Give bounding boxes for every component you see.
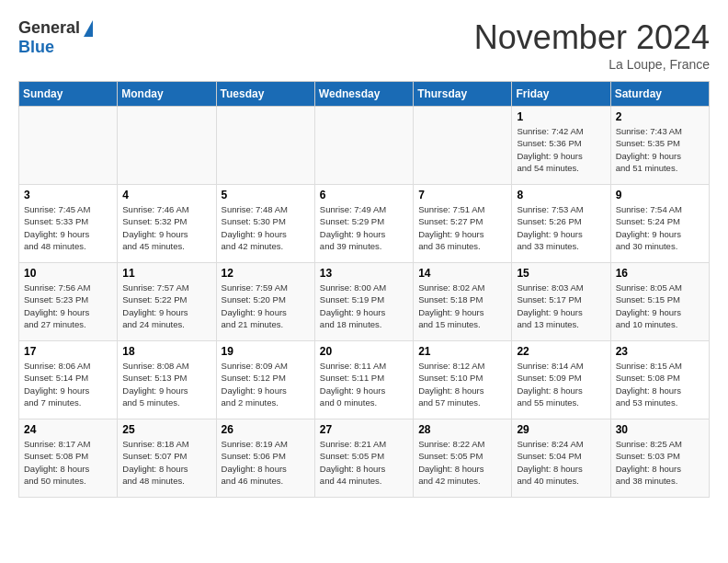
day-number: 24: [24, 423, 112, 436]
day-info: Sunrise: 8:09 AM Sunset: 5:12 PM Dayligh…: [222, 360, 310, 408]
day-number: 12: [222, 267, 310, 280]
day-number: 18: [122, 345, 210, 358]
day-info: Sunrise: 7:43 AM Sunset: 5:35 PM Dayligh…: [616, 125, 704, 174]
day-info: Sunrise: 8:25 AM Sunset: 5:03 PM Dayligh…: [616, 438, 704, 487]
day-number: 23: [616, 345, 704, 358]
day-info: Sunrise: 8:22 AM Sunset: 5:05 PM Dayligh…: [418, 438, 506, 487]
weekday-header-tuesday: Tuesday: [216, 82, 314, 107]
calendar-week-row: 10Sunrise: 7:56 AM Sunset: 5:23 PM Dayli…: [19, 263, 710, 341]
calendar-cell: 24Sunrise: 8:17 AM Sunset: 5:08 PM Dayli…: [19, 419, 118, 498]
calendar-cell: 8Sunrise: 7:53 AM Sunset: 5:26 PM Daylig…: [512, 185, 610, 263]
day-info: Sunrise: 8:11 AM Sunset: 5:11 PM Dayligh…: [320, 360, 408, 408]
calendar-cell: [414, 107, 512, 185]
day-info: Sunrise: 7:53 AM Sunset: 5:26 PM Dayligh…: [517, 203, 605, 252]
day-number: 14: [418, 267, 506, 280]
day-info: Sunrise: 8:02 AM Sunset: 5:18 PM Dayligh…: [418, 282, 506, 330]
day-number: 3: [24, 189, 112, 201]
calendar-cell: 19Sunrise: 8:09 AM Sunset: 5:12 PM Dayli…: [216, 341, 314, 419]
day-info: Sunrise: 7:46 AM Sunset: 5:32 PM Dayligh…: [122, 203, 210, 252]
weekday-header-sunday: Sunday: [19, 82, 118, 107]
day-number: 22: [517, 345, 605, 358]
calendar-cell: 29Sunrise: 8:24 AM Sunset: 5:04 PM Dayli…: [512, 419, 610, 498]
day-number: 10: [24, 267, 112, 280]
calendar-week-row: 24Sunrise: 8:17 AM Sunset: 5:08 PM Dayli…: [19, 419, 710, 498]
calendar-week-row: 17Sunrise: 8:06 AM Sunset: 5:14 PM Dayli…: [19, 341, 710, 419]
calendar-cell: 20Sunrise: 8:11 AM Sunset: 5:11 PM Dayli…: [314, 341, 413, 419]
calendar-cell: 28Sunrise: 8:22 AM Sunset: 5:05 PM Dayli…: [414, 419, 512, 498]
calendar-cell: 30Sunrise: 8:25 AM Sunset: 5:03 PM Dayli…: [610, 419, 709, 498]
day-number: 25: [122, 423, 210, 436]
weekday-header-wednesday: Wednesday: [314, 82, 413, 107]
calendar-body: 1Sunrise: 7:42 AM Sunset: 5:36 PM Daylig…: [19, 107, 710, 498]
day-number: 17: [24, 345, 112, 358]
logo: General Blue: [18, 18, 93, 57]
calendar-cell: 12Sunrise: 7:59 AM Sunset: 5:20 PM Dayli…: [216, 263, 314, 341]
weekday-header-thursday: Thursday: [414, 82, 512, 107]
day-info: Sunrise: 7:59 AM Sunset: 5:20 PM Dayligh…: [222, 282, 310, 330]
calendar-week-row: 3Sunrise: 7:45 AM Sunset: 5:33 PM Daylig…: [19, 185, 710, 263]
day-info: Sunrise: 8:14 AM Sunset: 5:09 PM Dayligh…: [517, 360, 605, 408]
day-info: Sunrise: 7:49 AM Sunset: 5:29 PM Dayligh…: [320, 203, 408, 252]
calendar-cell: [216, 107, 314, 185]
day-number: 6: [320, 189, 408, 201]
day-number: 16: [616, 267, 704, 280]
calendar-cell: 18Sunrise: 8:08 AM Sunset: 5:13 PM Dayli…: [118, 341, 216, 419]
calendar-cell: 7Sunrise: 7:51 AM Sunset: 5:27 PM Daylig…: [414, 185, 512, 263]
calendar-cell: 11Sunrise: 7:57 AM Sunset: 5:22 PM Dayli…: [118, 263, 216, 341]
day-number: 29: [517, 423, 605, 436]
calendar-cell: 26Sunrise: 8:19 AM Sunset: 5:06 PM Dayli…: [216, 419, 314, 498]
calendar-cell: 3Sunrise: 7:45 AM Sunset: 5:33 PM Daylig…: [19, 185, 118, 263]
month-title: November 2024: [474, 18, 710, 57]
calendar-cell: 1Sunrise: 7:42 AM Sunset: 5:36 PM Daylig…: [512, 107, 610, 185]
day-info: Sunrise: 7:54 AM Sunset: 5:24 PM Dayligh…: [616, 203, 704, 252]
weekday-header-friday: Friday: [512, 82, 610, 107]
day-info: Sunrise: 7:42 AM Sunset: 5:36 PM Dayligh…: [517, 125, 605, 174]
day-info: Sunrise: 7:48 AM Sunset: 5:30 PM Dayligh…: [222, 203, 310, 252]
calendar-week-row: 1Sunrise: 7:42 AM Sunset: 5:36 PM Daylig…: [19, 107, 710, 185]
day-number: 26: [222, 423, 310, 436]
location-text: La Loupe, France: [474, 57, 710, 72]
day-number: 8: [517, 189, 605, 201]
calendar-cell: [118, 107, 216, 185]
day-number: 15: [517, 267, 605, 280]
day-number: 1: [517, 110, 605, 123]
calendar-cell: 17Sunrise: 8:06 AM Sunset: 5:14 PM Dayli…: [19, 341, 118, 419]
calendar-cell: 16Sunrise: 8:05 AM Sunset: 5:15 PM Dayli…: [610, 263, 709, 341]
day-info: Sunrise: 8:17 AM Sunset: 5:08 PM Dayligh…: [24, 438, 112, 487]
calendar-cell: 5Sunrise: 7:48 AM Sunset: 5:30 PM Daylig…: [216, 185, 314, 263]
day-number: 19: [222, 345, 310, 358]
logo-general-text: General: [18, 18, 80, 38]
page-header: General Blue November 2024 La Loupe, Fra…: [18, 18, 710, 72]
day-info: Sunrise: 8:00 AM Sunset: 5:19 PM Dayligh…: [320, 282, 408, 330]
day-info: Sunrise: 8:08 AM Sunset: 5:13 PM Dayligh…: [122, 360, 210, 408]
calendar-table: SundayMondayTuesdayWednesdayThursdayFrid…: [18, 81, 710, 498]
day-number: 4: [122, 189, 210, 201]
day-info: Sunrise: 7:57 AM Sunset: 5:22 PM Dayligh…: [122, 282, 210, 330]
day-info: Sunrise: 8:18 AM Sunset: 5:07 PM Dayligh…: [122, 438, 210, 487]
day-number: 2: [616, 110, 704, 123]
calendar-cell: [314, 107, 413, 185]
calendar-cell: 23Sunrise: 8:15 AM Sunset: 5:08 PM Dayli…: [610, 341, 709, 419]
calendar-cell: 27Sunrise: 8:21 AM Sunset: 5:05 PM Dayli…: [314, 419, 413, 498]
day-info: Sunrise: 8:06 AM Sunset: 5:14 PM Dayligh…: [24, 360, 112, 408]
calendar-header: SundayMondayTuesdayWednesdayThursdayFrid…: [19, 82, 710, 107]
calendar-cell: 14Sunrise: 8:02 AM Sunset: 5:18 PM Dayli…: [414, 263, 512, 341]
day-info: Sunrise: 7:45 AM Sunset: 5:33 PM Dayligh…: [24, 203, 112, 252]
day-info: Sunrise: 8:12 AM Sunset: 5:10 PM Dayligh…: [418, 360, 506, 408]
day-number: 28: [418, 423, 506, 436]
calendar-cell: 2Sunrise: 7:43 AM Sunset: 5:35 PM Daylig…: [610, 107, 709, 185]
calendar-cell: 21Sunrise: 8:12 AM Sunset: 5:10 PM Dayli…: [414, 341, 512, 419]
weekday-header-saturday: Saturday: [610, 82, 709, 107]
day-info: Sunrise: 8:03 AM Sunset: 5:17 PM Dayligh…: [517, 282, 605, 330]
calendar-cell: 13Sunrise: 8:00 AM Sunset: 5:19 PM Dayli…: [314, 263, 413, 341]
day-number: 20: [320, 345, 408, 358]
day-info: Sunrise: 7:51 AM Sunset: 5:27 PM Dayligh…: [418, 203, 506, 252]
day-number: 30: [616, 423, 704, 436]
day-number: 13: [320, 267, 408, 280]
day-info: Sunrise: 8:24 AM Sunset: 5:04 PM Dayligh…: [517, 438, 605, 487]
calendar-cell: 10Sunrise: 7:56 AM Sunset: 5:23 PM Dayli…: [19, 263, 118, 341]
day-info: Sunrise: 8:19 AM Sunset: 5:06 PM Dayligh…: [222, 438, 310, 487]
calendar-cell: 15Sunrise: 8:03 AM Sunset: 5:17 PM Dayli…: [512, 263, 610, 341]
day-number: 9: [616, 189, 704, 201]
day-number: 5: [222, 189, 310, 201]
